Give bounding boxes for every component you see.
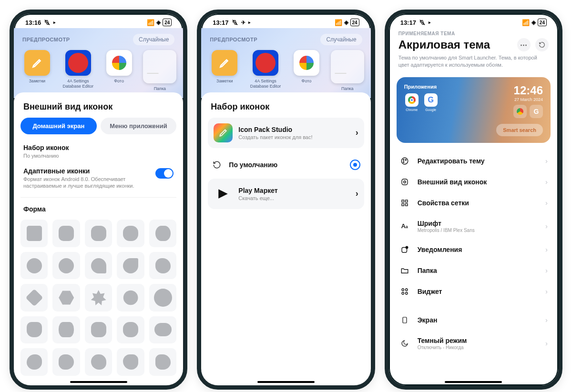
- wifi-icon: ◈: [531, 19, 536, 26]
- radio-selected[interactable]: [350, 160, 360, 170]
- row-iconset[interactable]: Набор иконок По умолчанию: [20, 140, 176, 163]
- preview-app-4a[interactable]: 4A Settings Database Editor: [59, 50, 97, 91]
- shape-circle2[interactable]: [52, 252, 80, 279]
- svg-point-6: [403, 161, 404, 162]
- svg-point-16: [405, 289, 408, 291]
- svg-rect-7: [402, 179, 408, 185]
- shape-flower[interactable]: [85, 284, 112, 311]
- settings-sheet: Внешний вид иконок Домашний экран Меню п…: [14, 92, 183, 385]
- home-indicator[interactable]: [257, 381, 315, 383]
- preview-app-notes[interactable]: Заметки: [205, 50, 244, 91]
- folder-icon: [331, 50, 364, 83]
- menu-font[interactable]: Aa ШрифтMetropolis / IBM Plex Sans ›: [392, 213, 555, 239]
- shape-squircle[interactable]: [52, 220, 80, 247]
- svg-rect-19: [403, 317, 407, 323]
- shape-blob3[interactable]: [85, 348, 112, 375]
- tab-home-screen[interactable]: Домашний экран: [20, 118, 97, 134]
- preview-app-photo[interactable]: Фото: [287, 50, 326, 91]
- preview-label: ПРЕДПРОСМОТР: [210, 37, 257, 42]
- shape-capsule[interactable]: [149, 316, 176, 343]
- shape-leaf[interactable]: [117, 252, 144, 279]
- adaptive-toggle[interactable]: [155, 168, 174, 179]
- wifi-icon: ◈: [156, 19, 161, 26]
- menu-widget[interactable]: Виджет ›: [392, 281, 555, 302]
- refresh-button[interactable]: [535, 38, 549, 51]
- shape-gear[interactable]: [117, 284, 144, 311]
- sheet-title: Внешний вид иконок: [23, 102, 174, 112]
- preview-app-4a[interactable]: 4A Settings Database Editor: [246, 50, 285, 91]
- menu-edit-theme[interactable]: Редактировать тему ›: [392, 151, 555, 171]
- row-adaptive-icons[interactable]: Адаптивные иконки Формат иконок Android …: [20, 163, 176, 194]
- menu-dark-mode[interactable]: Темный режимОтключить - Никогда ›: [392, 331, 555, 356]
- menu-icon-appearance[interactable]: Внешний вид иконок ›: [392, 171, 555, 192]
- shape-diamond[interactable]: [20, 284, 48, 311]
- shape-blob1[interactable]: [20, 348, 48, 375]
- mute-icon: [232, 19, 238, 26]
- page-title: Акриловая тема: [398, 38, 490, 51]
- shape-blob4[interactable]: [117, 348, 144, 375]
- chevron-right-icon: ›: [356, 189, 358, 199]
- folder-icon: [143, 50, 176, 83]
- menu-notifications[interactable]: Уведомления ›: [392, 239, 555, 260]
- segment-control: Домашний экран Меню приложений: [20, 118, 176, 134]
- widget-chip-google: G: [530, 105, 543, 118]
- shape-teardrop[interactable]: [85, 252, 112, 279]
- menu-grid[interactable]: Свойства сетки ›: [392, 192, 555, 213]
- chevron-right-icon: ›: [356, 128, 358, 138]
- random-button[interactable]: Случайные: [320, 34, 362, 45]
- shape-rounded3[interactable]: [85, 316, 112, 343]
- shape-pebble[interactable]: [149, 252, 176, 279]
- signal-icon: 📶: [522, 19, 530, 26]
- svg-point-14: [406, 246, 408, 249]
- shape-hexagon[interactable]: [52, 284, 80, 311]
- widget-app-chrome: Chrome: [404, 93, 419, 111]
- folder-icon: [399, 266, 410, 275]
- tab-app-menu[interactable]: Меню приложений: [101, 118, 177, 134]
- home-indicator[interactable]: [70, 381, 127, 383]
- palette-icon: [399, 157, 410, 165]
- shape-tv[interactable]: [20, 316, 48, 343]
- preview-app-notes[interactable]: Заметки: [18, 50, 56, 91]
- shape-cushion[interactable]: [52, 316, 80, 343]
- shape-square[interactable]: [20, 220, 48, 247]
- font-icon: Aa: [399, 222, 410, 230]
- shape-circle[interactable]: [20, 252, 48, 279]
- svg-point-8: [403, 181, 406, 183]
- phone-2: 13:17 ✈ ▸ 📶 ◈ 24 ПРЕДПРОСМОТР Случайные …: [197, 10, 375, 390]
- svg-point-3: [401, 158, 408, 164]
- mute-icon: [44, 19, 51, 26]
- shape-rounded4[interactable]: [117, 316, 144, 343]
- menu-folder[interactable]: Папка ›: [392, 260, 555, 281]
- widget-apps-label: Приложения: [404, 84, 439, 90]
- menu-screen[interactable]: Экран ›: [392, 310, 555, 331]
- shape-grid: [20, 220, 176, 375]
- svg-point-4: [403, 159, 404, 160]
- shape-gear2[interactable]: [149, 284, 176, 311]
- card-icon-pack-studio[interactable]: Icon Pack Studio Создать пакет иконок дл…: [208, 118, 364, 148]
- theme-preview-widget[interactable]: Приложения Chrome G Google 12:46 27 Marc…: [397, 77, 551, 143]
- overline: ПРИМЕНЯЕМАЯ ТЕМА: [398, 31, 549, 36]
- status-bar: 13:17 ▸ 📶 ◈ 24: [389, 14, 558, 28]
- more-button[interactable]: ⋯: [517, 38, 531, 51]
- widget-chip-chrome: [513, 105, 527, 118]
- chevron-right-icon: ›: [545, 222, 548, 230]
- home-indicator[interactable]: [445, 381, 502, 383]
- shape-rounded[interactable]: [85, 220, 112, 247]
- preview-app-folder[interactable]: Папка: [141, 50, 179, 91]
- battery-indicator: 24: [163, 19, 172, 26]
- card-play-market[interactable]: Play Маркет Скачать еще... ›: [208, 179, 364, 209]
- shape-blob5[interactable]: [149, 348, 176, 375]
- shape-rounded2[interactable]: [117, 220, 144, 247]
- chevron-right-icon: ›: [545, 245, 548, 253]
- svg-rect-9: [402, 200, 404, 202]
- notes-icon: [24, 50, 50, 76]
- preview-app-photo[interactable]: Фото: [100, 50, 138, 91]
- shape-blob2[interactable]: [52, 348, 80, 375]
- svg-rect-11: [402, 203, 404, 206]
- option-default[interactable]: По умолчанию: [208, 155, 364, 175]
- shape-superellipse[interactable]: [149, 220, 176, 247]
- preview-app-folder[interactable]: Папка: [328, 50, 367, 91]
- random-button[interactable]: Случайные: [133, 34, 174, 45]
- mute-icon: [419, 19, 426, 26]
- telegram-icon: ✈: [241, 20, 245, 26]
